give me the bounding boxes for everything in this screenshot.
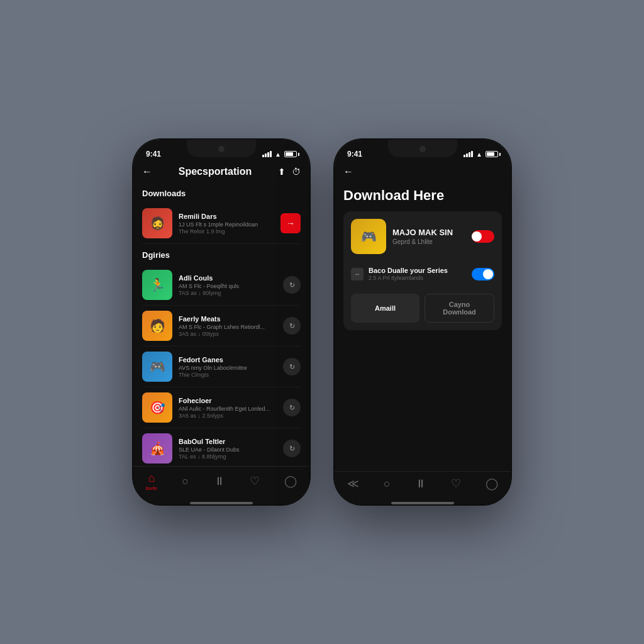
game-genre: Geprd & Lhlite [392,238,453,245]
item-action-2: ↻ [283,276,301,294]
item-title-6: BabOul Teltler [179,438,277,445]
downloads-icon: ⏸ [214,475,225,488]
item-info-4: Fedort Ganes AVS nmy Oln Laboolrrnittre … [179,356,277,378]
item-sub-6: SLE UAe - Dilaont Dubs [179,447,277,453]
back-button-left[interactable]: ← [142,166,152,177]
thumb-bg-4: 🎮 [142,352,172,382]
item-thumb-3: 🧑 [142,311,172,341]
list-item: 🎮 Fedort Ganes AVS nmy Oln Laboolrrnittr… [142,347,301,387]
item-thumb-6: 🎪 [142,433,172,464]
item-meta-4: Thie Clmgts [179,372,277,378]
home-indicator-right [335,502,511,504]
refresh-button-2[interactable]: ↻ [283,276,301,294]
phones-container: 9:41 ▲ ← Specsportation ⬆ ⏱ [133,140,511,504]
nav-item-search-right[interactable]: ○ [384,477,391,491]
toggle-option[interactable] [472,268,494,280]
item-thumb-1: 🧔 [142,208,172,238]
thumb-bg-1: 🧔 [142,208,172,238]
nav-header-left: ← Specsportation ⬆ ⏱ [133,162,309,182]
nav-item-profile[interactable]: ◯ [284,474,297,488]
bottom-nav-right: ≪ ○ ⏸ ♡ ◯ [335,471,511,502]
nav-item-favorites-right[interactable]: ♡ [451,477,461,491]
signal-icon-right [464,151,473,157]
download-button-1[interactable]: → [280,213,301,233]
phone-left: 9:41 ▲ ← Specsportation ⬆ ⏱ [133,140,309,504]
status-icons-left: ▲ [262,151,297,158]
status-icons-right: ▲ [464,151,498,158]
clock-icon[interactable]: ⏱ [292,167,301,177]
list-item: 🎯 Fohecloer ANl Aulic - Rourllenith Eget… [142,387,301,428]
game-card: 🎮 MAJO MAK SIN Geprd & Lhlite [343,211,502,330]
item-thumb-4: 🎮 [142,352,172,382]
thumb-bg-3: 🧑 [142,311,172,341]
list-item: 🧑 Faerly Meats AM S Flc - Graph Lshes Re… [142,306,301,347]
nav-item-back-right[interactable]: ≪ [347,477,359,491]
item-thumb-2: 🏃 [142,270,172,300]
item-title-1: Remili Dars [179,213,274,220]
wifi-icon: ▲ [275,151,281,158]
nav-item-profile-right[interactable]: ◯ [486,477,498,491]
notch-right [388,140,457,157]
item-meta-2: TAS as ↓ 80lymg [179,290,277,296]
nav-item-downloads-right[interactable]: ⏸ [415,477,426,491]
item-meta-3: 3A5 as ↓ 00typs [179,331,277,337]
nav-item-search[interactable]: ○ [182,475,189,488]
refresh-button-3[interactable]: ↻ [283,317,301,335]
phone-right: 9:41 ▲ ← Download Here [335,140,511,504]
item-info-3: Faerly Meats AM S Flc - Graph Lshes Reti… [179,315,277,337]
item-info-2: Adli Couls AM S Flc - Poeqilht quls TAS … [179,274,277,296]
amaill-button[interactable]: Amaill [351,294,419,323]
item-title-3: Faerly Meats [179,315,277,323]
game-card-top: 🎮 MAJO MAK SIN Geprd & Lhlite [351,219,494,254]
game-thumb-bg: 🎮 [351,219,386,254]
nav-item-home[interactable]: ⌂ Barlfe [146,472,157,491]
item-title-2: Adli Couls [179,274,277,282]
favorites-icon: ♡ [250,474,260,488]
nav-title-left: Specsportation [179,166,252,177]
action-buttons: Amaill Cayno Download [351,294,494,323]
item-info-5: Fohecloer ANl Aulic - Rourllenith Eget L… [179,397,277,419]
item-title-4: Fedort Ganes [179,356,277,364]
screen-left: 9:41 ▲ ← Specsportation ⬆ ⏱ [133,140,309,504]
favorites-icon-right: ♡ [451,477,461,491]
item-title-5: Fohecloer [179,397,277,404]
back-button-right[interactable]: ← [343,166,353,177]
nav-item-favorites[interactable]: ♡ [250,474,260,488]
item-meta-6: TAL es ↓ 8.8bljymg [179,453,277,460]
time-right: 9:41 [347,150,362,158]
nav-item-downloads[interactable]: ⏸ [214,475,225,488]
back-icon-right: ≪ [347,477,359,491]
thumb-bg-2: 🏃 [142,270,172,300]
option-row: ↔ Baco Dualle your Series 2.5 A Prl 8yle… [351,262,494,286]
refresh-button-5[interactable]: ↻ [283,399,301,416]
item-info-6: BabOul Teltler SLE UAe - Dilaont Dubs TA… [179,438,277,460]
refresh-button-4[interactable]: ↻ [283,358,301,375]
cayno-download-button[interactable]: Cayno Download [425,294,494,323]
item-action-6: ↻ [283,440,301,457]
toggle-main[interactable] [472,230,494,243]
wifi-icon-right: ▲ [476,151,482,158]
screen-right: 9:41 ▲ ← Download Here [335,140,511,504]
item-sub-3: AM S Flc - Graph Lshes Retiordl... [179,324,277,330]
share-icon[interactable]: ⬆ [278,167,286,177]
refresh-button-6[interactable]: ↻ [283,440,301,457]
content-left: Downloads 🧔 Remili Dars 1J US Flt s 1mpl… [133,182,309,466]
option-title: Baco Dualle your Series [369,267,467,274]
option-text: Baco Dualle your Series 2.5 A Prl 8ylear… [369,267,467,281]
list-item: 🏃 Adli Couls AM S Flc - Poeqilht quls TA… [142,265,301,306]
option-icon: ↔ [351,268,364,280]
nav-icons-left: ⬆ ⏱ [278,167,301,177]
profile-icon-right: ◯ [486,477,498,491]
downloads-icon-right: ⏸ [415,477,426,491]
option-subtitle: 2.5 A Prl 8ylearnlands [369,275,467,281]
battery-icon [284,151,297,157]
item-sub-1: 1J US Flt s 1mple Repinoildoan [179,221,274,228]
home-label: Barlfe [146,486,157,491]
thumb-bg-6: 🎪 [142,433,172,464]
bottom-nav-left: ⌂ Barlfe ○ ⏸ ♡ ◯ [133,466,309,502]
time-left: 9:41 [146,150,161,158]
item-sub-5: ANl Aulic - Rourllenith Eget Lonled... [179,406,277,412]
home-icon: ⌂ [148,472,155,485]
signal-icon [262,151,272,157]
profile-icon: ◯ [284,474,297,488]
